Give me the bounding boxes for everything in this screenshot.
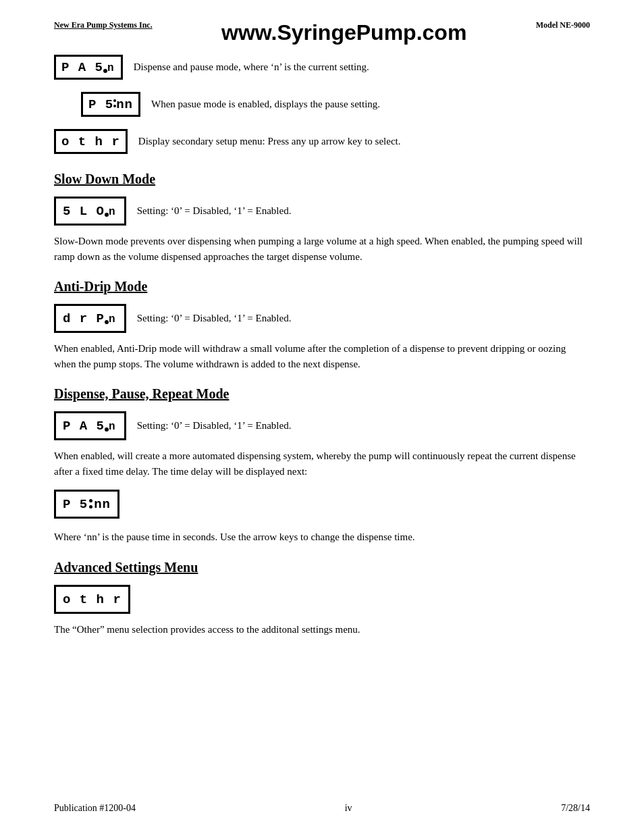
slow-down-display-row: 5 L On Setting: ‘0’ = Disabled, ‘1’ = En… [54,194,590,228]
dpr-ps-nn-row: P 5 nn [54,487,590,521]
dpr-title: Dispense, Pause, Repeat Mode [54,386,590,402]
ps-nn-display: P 5 nn [81,92,140,117]
anti-drip-setting: Setting: ‘0’ = Disabled, ‘1’ = Enabled. [137,313,292,324]
drp-n-display: d r Pn [54,304,126,333]
slow-down-body: Slow-Down mode prevents over dispensing … [54,234,590,264]
anti-drip-body: When enabled, Anti-Drip mode will withdr… [54,341,590,371]
top-display-row-3: o t h r Display secondary setup menu: Pr… [54,126,590,157]
model-number: Model NE-9000 [536,20,590,30]
website: www.SyringePump.com [221,20,466,45]
slow-down-section: Slow Down Mode 5 L On Setting: ‘0’ = Dis… [54,172,590,264]
anti-drip-section: Anti-Drip Mode d r Pn Setting: ‘0’ = Dis… [54,279,590,371]
date: 7/28/14 [561,803,590,814]
othr-display-bottom: o t h r [54,585,130,614]
top-display-row-2: P 5 nn When pasue mode is enabled, displ… [54,89,590,120]
page-footer: Publication #1200-04 iv 7/28/14 [54,803,590,814]
dpr-display-row: P A 5n Setting: ‘0’ = Disabled, ‘1’ = En… [54,409,590,443]
othr-desc: Display secondary setup menu: Press any … [138,136,401,147]
page-number: iv [345,803,352,814]
ps-nn-desc: When pasue mode is enabled, displays the… [151,99,380,110]
anti-drip-title: Anti-Drip Mode [54,279,590,294]
pas-n-display2: P A 5n [54,411,126,440]
top-display-row-1: P A 5n Dispense and pause mode, where ‘n… [54,52,590,82]
othr-display-top: o t h r [54,129,128,154]
advanced-settings-body: The “Other” menu selection provides acce… [54,622,590,637]
othr-display-row: o t h r [54,582,590,617]
pas-n-display: P A 5n [54,55,123,80]
dpr-section: Dispense, Pause, Repeat Mode P A 5n Sett… [54,386,590,545]
pas-n-desc: Dispense and pause mode, where ‘n’ is th… [134,61,369,73]
slow-down-title: Slow Down Mode [54,172,590,187]
dpr-body2: Where ‘nn’ is the pause time in seconds.… [54,529,590,545]
slo-n-display: 5 L On [54,197,126,226]
page-header: New Era Pump Systems Inc. www.SyringePum… [54,20,590,45]
advanced-settings-section: Advanced Settings Menu o t h r The “Othe… [54,560,590,637]
dpr-body1: When enabled, will create a more automat… [54,448,590,479]
slow-down-setting: Setting: ‘0’ = Disabled, ‘1’ = Enabled. [137,205,292,217]
company-name: New Era Pump Systems Inc. [54,20,153,30]
dpr-setting: Setting: ‘0’ = Disabled, ‘1’ = Enabled. [137,420,292,432]
ps-nn-display2: P 5 nn [54,490,119,519]
anti-drip-display-row: d r Pn Setting: ‘0’ = Disabled, ‘1’ = En… [54,301,590,336]
top-displays: P A 5n Dispense and pause mode, where ‘n… [54,52,590,157]
publication: Publication #1200-04 [54,803,136,814]
advanced-settings-title: Advanced Settings Menu [54,560,590,575]
